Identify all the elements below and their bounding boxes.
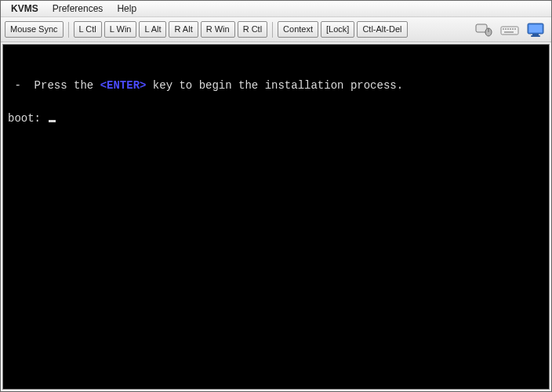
console-line-instruction: - Press the <ENTER> key to begin the ins…: [8, 78, 544, 94]
kvms-window: KVMS Preferences Help Mouse Sync L Ctl L…: [0, 0, 552, 392]
left-win-button[interactable]: L Win: [104, 21, 137, 38]
instruction-post: key to begin the installation process.: [146, 79, 403, 92]
console-line-blank: [8, 61, 544, 78]
toolbar-separator: [272, 22, 273, 38]
console-line-blank: [8, 45, 544, 61]
svg-rect-13: [532, 34, 539, 35]
svg-rect-4: [503, 28, 504, 30]
menu-kvms[interactable]: KVMS: [5, 2, 44, 15]
text-cursor: [49, 120, 56, 122]
keyboard-icon[interactable]: [499, 22, 520, 38]
ctl-alt-del-button[interactable]: Ctl-Alt-Del: [357, 21, 407, 38]
right-alt-button[interactable]: R Alt: [169, 21, 198, 38]
console-viewport[interactable]: - Press the <ENTER> key to begin the ins…: [2, 44, 550, 390]
console-line-blank: [8, 94, 544, 111]
context-button[interactable]: Context: [278, 21, 318, 38]
svg-rect-14: [531, 35, 540, 37]
lock-button[interactable]: [Lock]: [321, 21, 354, 38]
menu-preferences[interactable]: Preferences: [47, 2, 109, 15]
svg-rect-8: [512, 28, 514, 30]
right-ctrl-button[interactable]: R Ctl: [238, 21, 267, 38]
svg-rect-10: [504, 31, 514, 33]
menu-help[interactable]: Help: [111, 2, 142, 15]
console-line-boot: boot:: [8, 111, 544, 127]
right-win-button[interactable]: R Win: [201, 21, 235, 38]
left-alt-button[interactable]: L Alt: [139, 21, 166, 38]
svg-rect-7: [510, 28, 511, 30]
dash: -: [8, 79, 34, 92]
instruction-pre: Press the: [34, 79, 100, 92]
toolbar: Mouse Sync L Ctl L Win L Alt R Alt R Win…: [1, 17, 551, 42]
toolbar-separator: [68, 22, 69, 38]
svg-rect-6: [507, 28, 509, 30]
monitor-icon[interactable]: [525, 22, 546, 38]
left-ctrl-button[interactable]: L Ctl: [74, 21, 102, 38]
svg-rect-12: [529, 24, 543, 32]
svg-rect-3: [501, 27, 518, 34]
enter-key-text: <ENTER>: [100, 79, 147, 92]
mouse-sync-button[interactable]: Mouse Sync: [5, 21, 64, 38]
svg-rect-5: [505, 28, 507, 30]
menubar: KVMS Preferences Help: [1, 1, 551, 17]
mouse-icon[interactable]: [474, 22, 494, 38]
boot-prompt: boot:: [8, 112, 47, 125]
svg-rect-9: [514, 28, 516, 30]
